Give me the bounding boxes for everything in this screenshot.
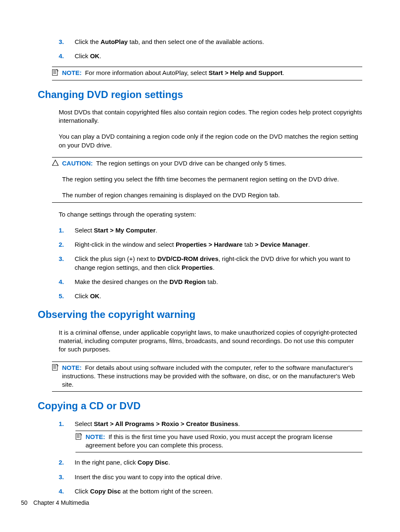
paragraph: Most DVDs that contain copyrighted files… bbox=[59, 108, 362, 125]
text: Click the plus sign (+) next to bbox=[75, 255, 157, 262]
text: . bbox=[283, 69, 284, 76]
text: . bbox=[99, 292, 101, 300]
text: . bbox=[213, 264, 214, 271]
list-text: Click OK. bbox=[75, 52, 362, 60]
section-heading-copyright: Observing the copyright warning bbox=[38, 308, 362, 321]
list-text: Right-click in the window and select Pro… bbox=[75, 240, 362, 249]
page-number: 50 bbox=[21, 499, 28, 506]
text: Select bbox=[75, 420, 94, 427]
caution-callout: CAUTION:The region settings on your DVD … bbox=[52, 157, 362, 203]
ordered-list-top: 3. Click the AutoPlay tab, and then sele… bbox=[59, 38, 362, 61]
text: For details about using software include… bbox=[62, 364, 355, 388]
bold-text: Properties > Hardware bbox=[176, 241, 243, 248]
list-text: Make the desired changes on the DVD Regi… bbox=[75, 278, 362, 286]
paragraph: You can play a DVD containing a region c… bbox=[59, 132, 362, 150]
note-callout: NOTE:For more information about AutoPlay… bbox=[52, 67, 362, 80]
list-number: 1. bbox=[59, 226, 75, 235]
text: . bbox=[168, 459, 170, 466]
svg-marker-4 bbox=[52, 160, 58, 165]
list-item: 2. In the right pane, click Copy Disc. bbox=[59, 458, 362, 467]
text: In the right pane, click bbox=[75, 459, 138, 466]
section-heading-copy: Copying a CD or DVD bbox=[38, 399, 362, 413]
bold-text: > Device Manager bbox=[255, 241, 308, 248]
list-text: Click Copy Disc at the bottom right of t… bbox=[75, 487, 362, 496]
list-number: 1. bbox=[59, 420, 75, 428]
note-callout: NOTE:For details about using software in… bbox=[52, 362, 362, 392]
text: The number of region changes remaining i… bbox=[62, 191, 362, 199]
note-icon bbox=[52, 364, 62, 372]
svg-rect-5 bbox=[52, 364, 57, 370]
list-number: 3. bbox=[59, 38, 75, 46]
text: at the bottom right of the screen. bbox=[121, 488, 213, 495]
list-number: 2. bbox=[59, 458, 75, 467]
list-text: Insert the disc you want to copy into th… bbox=[75, 473, 362, 481]
bold-text: Start > All Programs > Roxio > Creator B… bbox=[94, 420, 238, 427]
note-label: NOTE: bbox=[62, 69, 82, 76]
text: Click the bbox=[75, 38, 101, 45]
bold-text: DVD/CD-ROM drives bbox=[157, 255, 218, 262]
list-text: Click OK. bbox=[75, 292, 362, 300]
list-number: 4. bbox=[59, 52, 75, 60]
list-item: 4. Click Copy Disc at the bottom right o… bbox=[59, 487, 362, 496]
text: Click bbox=[75, 488, 90, 495]
list-item: 4. Make the desired changes on the DVD R… bbox=[59, 278, 362, 286]
list-item: 3. Click the plus sign (+) next to DVD/C… bbox=[59, 255, 362, 272]
list-item: 5. Click OK. bbox=[59, 292, 362, 300]
page-footer: 50Chapter 4 Multimedia bbox=[21, 499, 89, 507]
list-number: 4. bbox=[59, 487, 75, 496]
bold-text: Properties bbox=[182, 264, 213, 271]
bold-text: OK bbox=[90, 52, 100, 59]
list-item: 3. Insert the disc you want to copy into… bbox=[59, 473, 362, 481]
text: For more information about AutoPlay, sel… bbox=[85, 69, 209, 76]
note-icon bbox=[52, 69, 62, 77]
text: Make the desired changes on the bbox=[75, 278, 169, 285]
svg-rect-0 bbox=[52, 70, 57, 75]
text: Select bbox=[75, 227, 94, 234]
text: . bbox=[308, 241, 310, 248]
note-icon bbox=[75, 433, 86, 442]
list-text: In the right pane, click Copy Disc. bbox=[75, 458, 362, 467]
note-label: NOTE: bbox=[86, 433, 105, 440]
text: tab, and then select one of the availabl… bbox=[128, 38, 264, 45]
svg-rect-9 bbox=[76, 434, 81, 439]
text: Right-click in the window and select bbox=[75, 241, 176, 248]
text: Click bbox=[75, 52, 90, 59]
text: The region settings on your DVD drive ca… bbox=[96, 160, 286, 167]
list-number: 2. bbox=[59, 240, 75, 249]
list-item: 1. Select Start > All Programs > Roxio >… bbox=[59, 420, 362, 428]
list-item: 2. Right-click in the window and select … bbox=[59, 240, 362, 249]
list-text: Select Start > All Programs > Roxio > Cr… bbox=[75, 420, 362, 428]
caution-body: CAUTION:The region settings on your DVD … bbox=[62, 159, 362, 200]
bold-text: Start > Help and Support bbox=[209, 69, 283, 76]
bold-text: AutoPlay bbox=[101, 38, 128, 45]
list-item: 3. Click the AutoPlay tab, and then sele… bbox=[59, 38, 362, 46]
caution-label: CAUTION: bbox=[62, 160, 93, 167]
note-callout: NOTE:If this is the first time you have … bbox=[75, 431, 362, 453]
list-text: Select Start > My Computer. bbox=[75, 226, 362, 235]
bold-text: DVD Region bbox=[169, 278, 206, 285]
list-text: Click the plus sign (+) next to DVD/CD-R… bbox=[75, 255, 362, 272]
note-label: NOTE: bbox=[62, 364, 82, 371]
paragraph: To change settings through the operating… bbox=[59, 210, 362, 219]
list-number: 3. bbox=[59, 255, 75, 272]
text: tab bbox=[243, 241, 255, 248]
bold-text: Copy Disc bbox=[90, 488, 121, 495]
chapter-label: Chapter 4 Multimedia bbox=[34, 499, 89, 506]
note-body: NOTE:For more information about AutoPlay… bbox=[62, 69, 362, 77]
list-item: 1. Select Start > My Computer. bbox=[59, 226, 362, 235]
ordered-list-copy: 1. Select Start > All Programs > Roxio >… bbox=[59, 420, 362, 496]
text: . bbox=[238, 420, 240, 427]
bold-text: OK bbox=[90, 292, 100, 300]
list-number: 5. bbox=[59, 292, 75, 300]
note-body: NOTE:For details about using software in… bbox=[62, 364, 362, 389]
bold-text: Start > My Computer bbox=[94, 227, 156, 234]
text: tab. bbox=[206, 278, 218, 285]
text: . bbox=[156, 227, 157, 234]
list-number: 4. bbox=[59, 278, 75, 286]
section-heading-dvd-region: Changing DVD region settings bbox=[38, 88, 362, 101]
text: If this is the first time you have used … bbox=[86, 433, 332, 449]
note-body: NOTE:If this is the first time you have … bbox=[86, 433, 362, 450]
list-number: 3. bbox=[59, 473, 75, 481]
list-item: 4. Click OK. bbox=[59, 52, 362, 60]
ordered-list-region: 1. Select Start > My Computer. 2. Right-… bbox=[59, 226, 362, 301]
